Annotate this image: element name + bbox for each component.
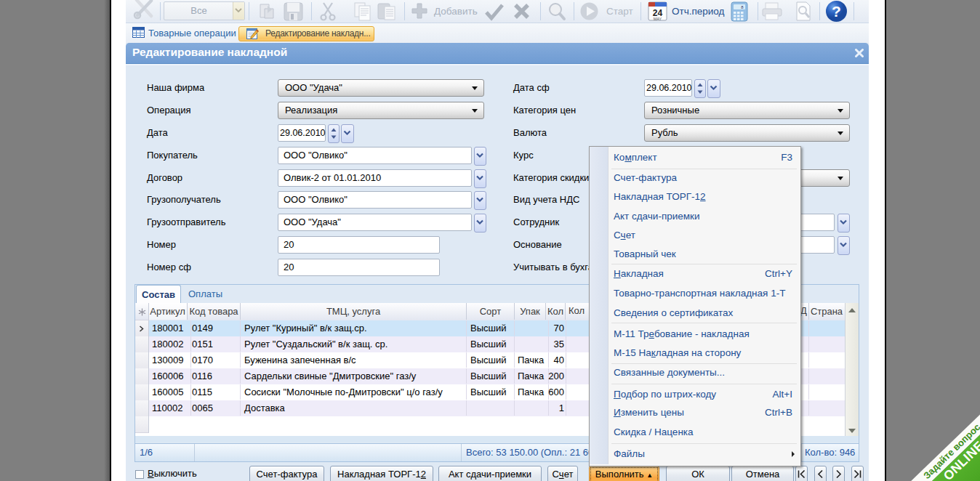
svg-text:?: ?: [832, 3, 841, 20]
svg-text:MAY: MAY: [654, 17, 662, 21]
